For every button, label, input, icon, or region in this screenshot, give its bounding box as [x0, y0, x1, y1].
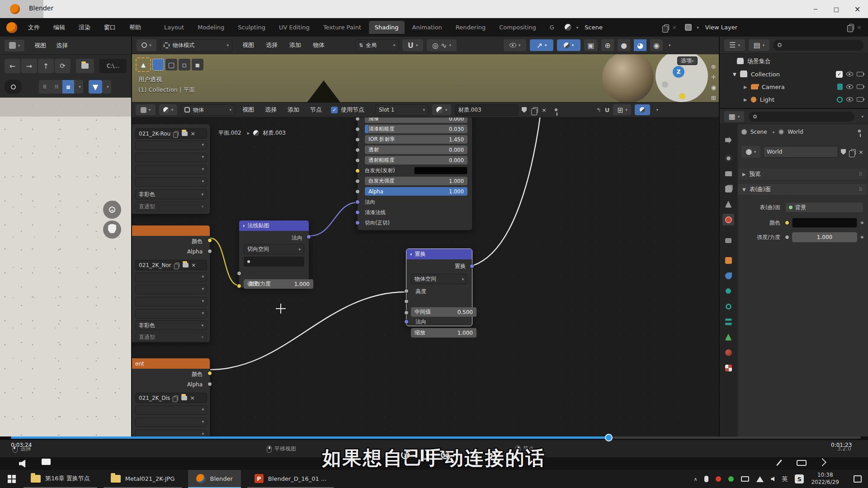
- tray-record-icon[interactable]: [716, 476, 721, 482]
- taskbar-item-ppt[interactable]: P Blender_D_16_01 ...: [247, 470, 334, 488]
- tab-texture[interactable]: [722, 362, 734, 374]
- strength-input-socket[interactable]: [237, 271, 241, 276]
- color-input-socket[interactable]: [785, 221, 789, 225]
- alpha-mode-dropdown[interactable]: 直通型▾: [135, 332, 207, 342]
- scale-slider[interactable]: 缩放1.000: [411, 328, 476, 338]
- viewport-menu-item[interactable]: 选择: [266, 41, 278, 49]
- chevron-down-icon[interactable]: ▾: [697, 25, 699, 30]
- tray-mic-icon[interactable]: [704, 476, 708, 482]
- input-socket[interactable]: [355, 169, 360, 173]
- topbar-menu-item[interactable]: 帮助: [129, 23, 141, 32]
- display-list-icon[interactable]: ☰: [39, 80, 51, 94]
- timeline-handle[interactable]: [605, 434, 613, 441]
- interpolation-dropdown[interactable]: [135, 141, 207, 150]
- alpha-mode-dropdown[interactable]: 直通型▾: [135, 202, 207, 211]
- input-socket[interactable]: [355, 137, 360, 142]
- output-color-socket[interactable]: [208, 371, 212, 375]
- up-button[interactable]: ↑: [38, 59, 54, 73]
- animate-dot-icon[interactable]: [861, 236, 863, 239]
- principled-property-row[interactable]: 清漆0.000 清漆: [365, 117, 467, 123]
- tab-particles[interactable]: [722, 285, 734, 297]
- extension-dropdown[interactable]: [135, 297, 207, 306]
- tool-select-circle[interactable]: ▢: [165, 59, 177, 70]
- taskbar-item-folder2[interactable]: Metal021_2K-JPG: [104, 470, 182, 488]
- remove-viewlayer-icon[interactable]: ×: [857, 24, 862, 31]
- topbar-menu-item[interactable]: 文件: [28, 23, 40, 32]
- space-dropdown[interactable]: 切向空间▾: [244, 244, 304, 254]
- copy-icon[interactable]: [175, 131, 179, 136]
- shading-solid-icon[interactable]: ●: [618, 39, 630, 51]
- taskbar-item-blender[interactable]: Blender: [188, 470, 241, 488]
- shading-rendered-icon[interactable]: ◉: [650, 39, 663, 51]
- unlink-world-icon[interactable]: ×: [859, 149, 863, 155]
- normal-map-node-header[interactable]: ▾法线贴图: [239, 221, 309, 231]
- shader-menu-item[interactable]: 视图: [242, 106, 254, 114]
- editor-type-button[interactable]: ▦▾: [724, 111, 744, 122]
- filter-options-chevron-icon[interactable]: ▾: [102, 80, 111, 94]
- output-alpha-socket[interactable]: [208, 382, 212, 386]
- viewport-canvas[interactable]: Z 选项▾ ▲ ▢ ▫ ▪ 用户透视 (1) Collection | 平面 ⊕…: [132, 54, 719, 102]
- search-field[interactable]: [749, 112, 854, 122]
- xray-toggle-icon[interactable]: ▣: [584, 39, 598, 51]
- tray-expand-icon[interactable]: ∧: [693, 476, 697, 482]
- image-name-field[interactable]: 021_2K-Rou×: [135, 128, 207, 139]
- interpolation-dropdown[interactable]: [135, 405, 207, 415]
- emission-color-swatch[interactable]: [414, 167, 467, 174]
- input-socket[interactable]: [355, 127, 360, 131]
- light-data-icon[interactable]: [837, 97, 843, 103]
- transform-orientation-dropdown[interactable]: ⇅全局▾: [355, 39, 399, 52]
- tab-tool[interactable]: [722, 134, 734, 146]
- animate-dot-icon[interactable]: [861, 221, 863, 224]
- pan-hand-overlay-button[interactable]: [103, 221, 121, 239]
- chevron-down-icon[interactable]: ▾: [576, 25, 579, 30]
- file-menu-select[interactable]: 选择: [56, 42, 68, 50]
- pin-icon[interactable]: [555, 108, 557, 111]
- active-tool-button[interactable]: ▾: [137, 39, 156, 51]
- principled-property-row[interactable]: IOR 折射率1.450 IOR 折射率: [365, 135, 467, 144]
- midlevel-slider[interactable]: 中间值0.500: [411, 307, 476, 317]
- copy-icon[interactable]: [174, 395, 178, 400]
- color-swatch[interactable]: [792, 218, 857, 228]
- snap-magnet-icon[interactable]: U▾: [402, 39, 423, 51]
- viewport-move-icon[interactable]: ✛: [711, 74, 716, 80]
- camera-data-icon[interactable]: [837, 84, 843, 90]
- outliner-row-camera[interactable]: ▶ Camera: [720, 81, 868, 93]
- search-icon[interactable]: [5, 80, 22, 94]
- shader-context-icon[interactable]: ▾: [159, 104, 177, 115]
- maximize-button[interactable]: □: [826, 0, 847, 18]
- projection-dropdown[interactable]: [135, 285, 207, 294]
- output-color-socket[interactable]: [208, 238, 212, 243]
- video-timeline[interactable]: [0, 435, 868, 440]
- collection-checkbox[interactable]: ✓: [836, 71, 843, 78]
- proportional-editing-icon[interactable]: ◎ ∿▾: [427, 39, 457, 51]
- parent-up-icon[interactable]: ↰: [596, 107, 601, 113]
- shading-options-chevron-icon[interactable]: ▾: [669, 43, 671, 47]
- tab-viewlayer[interactable]: [722, 183, 734, 195]
- tab-output[interactable]: [722, 168, 734, 179]
- input-socket[interactable]: [355, 158, 360, 163]
- unlink-icon[interactable]: ×: [190, 130, 195, 137]
- display-thumbnail-icon[interactable]: ▦: [62, 80, 74, 94]
- shader-type-dropdown[interactable]: 物体▾: [181, 104, 235, 116]
- copy-icon[interactable]: [175, 263, 179, 267]
- tray-ime-sogou[interactable]: S: [795, 474, 804, 483]
- editor-type-button[interactable]: ▾: [136, 104, 156, 115]
- section-preview[interactable]: ▶预览⠿: [738, 169, 867, 180]
- world-name-field[interactable]: World: [763, 146, 838, 158]
- new-viewlayer-icon[interactable]: [849, 23, 854, 32]
- shader-menu-item[interactable]: 添加: [288, 106, 299, 114]
- pause-button[interactable]: [421, 450, 429, 461]
- workspace-tab[interactable]: Sculpting: [232, 21, 271, 34]
- colorspace-dropdown[interactable]: 非彩色▾: [135, 189, 207, 199]
- gizmos-button[interactable]: ↗▾: [530, 39, 553, 51]
- unlink-icon[interactable]: ×: [191, 262, 196, 268]
- image-name-field[interactable]: 021_2K_Dis×: [135, 393, 207, 403]
- principled-bsdf-node[interactable]: 清漆0.000 清漆 清漆粗糙度0.030 清漆粗糙度 IOR 折射率1.450…: [357, 117, 472, 230]
- viewport-menu-item[interactable]: 视图: [242, 41, 254, 49]
- image-texture-node-header[interactable]: [132, 225, 210, 236]
- disable-render-camera-icon[interactable]: [857, 84, 863, 89]
- normal-input-socket[interactable]: [355, 210, 360, 215]
- viewport-menu-item[interactable]: 物体: [313, 41, 325, 49]
- zoom-in-overlay-button[interactable]: +: [103, 201, 121, 219]
- viewlayer-name-field[interactable]: View Layer: [702, 24, 846, 31]
